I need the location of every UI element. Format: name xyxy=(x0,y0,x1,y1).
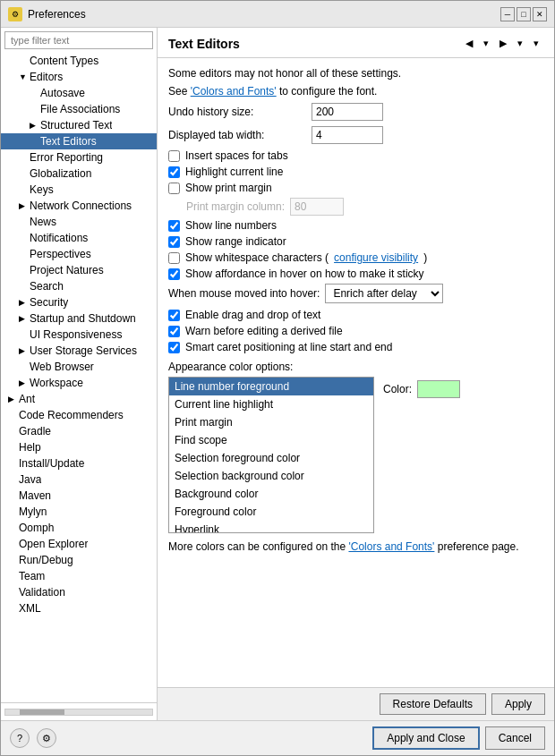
hover-select[interactable]: Enrich after delay Enrich immediately Ne… xyxy=(325,284,443,303)
color-list-item[interactable]: Background color xyxy=(169,485,373,503)
warn-derived-row: Warn before editing a derived file xyxy=(168,325,543,337)
color-list-item[interactable]: Print margin xyxy=(169,413,373,431)
close-button[interactable]: ✕ xyxy=(533,7,547,21)
color-list-item[interactable]: Line number foreground xyxy=(169,378,373,395)
main-content: Content Types▼EditorsAutosaveFile Associ… xyxy=(1,28,554,720)
nav-dropdown-button[interactable]: ▾ xyxy=(479,35,493,52)
title-bar: ⚙ Preferences ─ □ ✕ xyxy=(1,1,554,28)
sidebar-item-content-types[interactable]: Content Types xyxy=(1,53,157,69)
sidebar-item-maven[interactable]: Maven xyxy=(1,488,157,504)
sidebar-item-label-news: News xyxy=(30,216,56,228)
sidebar-item-notifications[interactable]: Notifications xyxy=(1,230,157,246)
sidebar-item-open-explorer[interactable]: Open Explorer xyxy=(1,536,157,552)
show-range-indicator-label: Show range indicator xyxy=(185,235,286,248)
color-list-item[interactable]: Hyperlink xyxy=(169,521,373,533)
configure-visibility-link[interactable]: configure visibility xyxy=(334,251,418,264)
sidebar-item-mylyn[interactable]: Mylyn xyxy=(1,504,157,520)
sidebar-item-label-web-browser: Web Browser xyxy=(30,361,94,373)
colors-fonts-link1[interactable]: 'Colors and Fonts' xyxy=(191,85,277,98)
color-list-item[interactable]: Find scope xyxy=(169,431,373,449)
show-line-numbers-checkbox[interactable] xyxy=(168,220,180,232)
sidebar-item-ui-responsiveness[interactable]: UI Responsiveness xyxy=(1,327,157,343)
show-affordance-checkbox[interactable] xyxy=(168,268,180,280)
sidebar-item-label-content-types: Content Types xyxy=(30,55,98,67)
sidebar-item-structured-text[interactable]: ▶Structured Text xyxy=(1,117,157,133)
nav-forward-dropdown-button[interactable]: ▾ xyxy=(513,35,527,52)
sidebar-item-label-keys: Keys xyxy=(30,183,54,196)
sidebar-item-oomph[interactable]: Oomph xyxy=(1,520,157,536)
sidebar-item-gradle[interactable]: Gradle xyxy=(1,423,157,439)
sidebar-item-team[interactable]: Team xyxy=(1,568,157,584)
show-range-indicator-checkbox[interactable] xyxy=(168,236,180,248)
show-print-margin-checkbox[interactable] xyxy=(168,183,180,194)
sidebar-item-run-debug[interactable]: Run/Debug xyxy=(1,552,157,568)
restore-defaults-button[interactable]: Restore Defaults xyxy=(380,693,486,715)
sidebar-item-keys[interactable]: Keys xyxy=(1,182,157,198)
apply-and-close-button[interactable]: Apply and Close xyxy=(372,726,479,750)
tab-width-input[interactable] xyxy=(312,126,383,144)
print-margin-column-row: Print margin column: xyxy=(168,198,543,216)
sidebar-item-web-browser[interactable]: Web Browser xyxy=(1,359,157,375)
sidebar-item-text-editors[interactable]: Text Editors xyxy=(1,133,157,149)
sidebar-item-install-update[interactable]: Install/Update xyxy=(1,455,157,471)
nav-menu-button[interactable]: ▾ xyxy=(529,35,543,52)
sidebar-item-ant[interactable]: ▶Ant xyxy=(1,391,157,407)
sidebar-item-help[interactable]: Help xyxy=(1,439,157,455)
highlight-line-label: Highlight current line xyxy=(185,166,283,178)
very-bottom-bar: ? ⚙ Apply and Close Cancel xyxy=(1,720,554,755)
apply-button[interactable]: Apply xyxy=(491,693,545,715)
print-margin-column-input[interactable] xyxy=(290,198,344,216)
maximize-button[interactable]: □ xyxy=(517,7,531,21)
undo-history-input[interactable] xyxy=(312,103,383,121)
sidebar-item-startup-shutdown[interactable]: ▶Startup and Shutdown xyxy=(1,310,157,327)
sidebar-item-globalization[interactable]: Globalization xyxy=(1,166,157,182)
sidebar-item-label-autosave: Autosave xyxy=(40,87,85,99)
filter-input[interactable] xyxy=(4,31,153,49)
sidebar-item-label-startup-shutdown: Startup and Shutdown xyxy=(30,312,136,325)
show-whitespace-checkbox[interactable] xyxy=(168,252,180,264)
enable-drag-drop-checkbox[interactable] xyxy=(168,310,180,321)
help-icon-button[interactable]: ? xyxy=(10,728,30,748)
color-list-item[interactable]: Selection background color xyxy=(169,467,373,485)
settings-icon-button[interactable]: ⚙ xyxy=(37,728,56,748)
sidebar-item-file-associations[interactable]: File Associations xyxy=(1,101,157,117)
sidebar-item-news[interactable]: News xyxy=(1,214,157,230)
sidebar-item-label-open-explorer: Open Explorer xyxy=(19,538,88,550)
sidebar-item-security[interactable]: ▶Security xyxy=(1,294,157,310)
minimize-button[interactable]: ─ xyxy=(500,7,515,21)
color-list-item[interactable]: Selection foreground color xyxy=(169,449,373,467)
sidebar-item-label-team: Team xyxy=(19,570,45,582)
smart-caret-checkbox[interactable] xyxy=(168,342,180,353)
color-list-item[interactable]: Foreground color xyxy=(169,503,373,521)
sidebar-item-label-structured-text: Structured Text xyxy=(40,119,112,132)
cancel-button[interactable]: Cancel xyxy=(485,726,545,750)
sidebar-item-label-ant: Ant xyxy=(19,393,35,405)
warn-derived-checkbox[interactable] xyxy=(168,326,180,337)
nav-back-button[interactable]: ◀ xyxy=(461,35,477,52)
sidebar-item-editors[interactable]: ▼Editors xyxy=(1,69,157,85)
highlight-line-checkbox[interactable] xyxy=(168,166,180,178)
sidebar-item-user-storage[interactable]: ▶User Storage Services xyxy=(1,343,157,359)
sidebar-item-xml[interactable]: XML xyxy=(1,600,157,616)
color-list: Line number foregroundCurrent line highl… xyxy=(168,377,374,533)
color-label: Color: xyxy=(383,383,412,395)
panel-nav: ◀ ▾ ▶ ▾ ▾ xyxy=(461,35,543,52)
sidebar-item-network-connections[interactable]: ▶Network Connections xyxy=(1,198,157,214)
sidebar-item-java[interactable]: Java xyxy=(1,471,157,488)
sidebar-item-label-xml: XML xyxy=(19,602,41,615)
insert-spaces-checkbox[interactable] xyxy=(168,150,180,162)
color-swatch[interactable] xyxy=(417,380,460,398)
colors-fonts-link2[interactable]: 'Colors and Fonts' xyxy=(348,540,434,553)
color-list-item[interactable]: Current line highlight xyxy=(169,395,373,413)
sidebar-item-validation[interactable]: Validation xyxy=(1,584,157,600)
sidebar-item-project-natures[interactable]: Project Natures xyxy=(1,262,157,278)
sidebar-item-search[interactable]: Search xyxy=(1,278,157,294)
sidebar-item-code-recommenders[interactable]: Code Recommenders xyxy=(1,407,157,423)
sidebar-item-workspace[interactable]: ▶Workspace xyxy=(1,375,157,391)
sidebar-item-autosave[interactable]: Autosave xyxy=(1,85,157,101)
nav-forward-button[interactable]: ▶ xyxy=(495,35,511,52)
sidebar-item-perspectives[interactable]: Perspectives xyxy=(1,246,157,262)
sidebar-item-error-reporting[interactable]: Error Reporting xyxy=(1,149,157,166)
appearance-label: Appearance color options: xyxy=(168,361,543,373)
window-title: Preferences xyxy=(28,8,86,21)
